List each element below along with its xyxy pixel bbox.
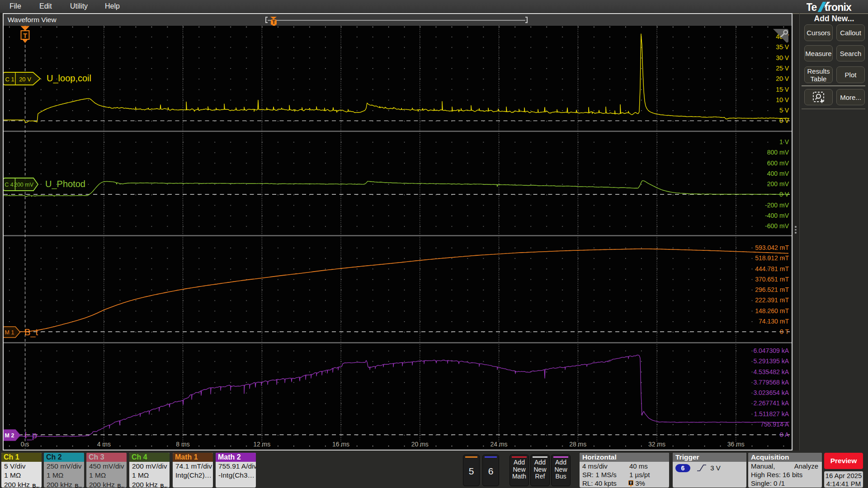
svg-text:4 ms: 4 ms	[97, 441, 111, 448]
svg-text:4.535482 kA: 4.535482 kA	[753, 368, 789, 375]
svg-text:1.511827 kA: 1.511827 kA	[754, 410, 789, 418]
svg-text:400 mV: 400 mV	[767, 170, 789, 177]
svg-text:M 1: M 1	[5, 329, 14, 336]
svg-text:755.914 A: 755.914 A	[760, 421, 789, 428]
svg-text:I_p: I_p	[24, 430, 37, 441]
svg-text:0 A: 0 A	[780, 431, 789, 438]
svg-text:30 V: 30 V	[776, 54, 789, 61]
svg-text:0 V: 0 V	[779, 191, 789, 198]
svg-text:5 V: 5 V	[779, 107, 789, 114]
svg-text:593.042 mT: 593.042 mT	[755, 244, 789, 251]
svg-text:74.130 mT: 74.130 mT	[759, 318, 789, 325]
svg-text:U_Photod: U_Photod	[45, 179, 85, 189]
svg-text:200 mV: 200 mV	[14, 182, 34, 188]
svg-text:12 ms: 12 ms	[253, 441, 270, 448]
svg-text:444.781 mT: 444.781 mT	[755, 265, 789, 272]
svg-text:148.260 mT: 148.260 mT	[755, 307, 789, 314]
svg-text:25 V: 25 V	[776, 65, 789, 72]
svg-text:1 V: 1 V	[779, 138, 789, 145]
svg-text:0 V: 0 V	[779, 117, 789, 124]
svg-text:600 mV: 600 mV	[767, 160, 789, 167]
svg-text:16 ms: 16 ms	[332, 441, 349, 448]
svg-text:M 2: M 2	[5, 432, 14, 439]
svg-text:-200 mV: -200 mV	[765, 202, 789, 209]
svg-text:15 V: 15 V	[776, 86, 789, 93]
svg-text:200 mV: 200 mV	[767, 180, 789, 188]
svg-text:518.912 mT: 518.912 mT	[755, 254, 789, 262]
svg-text:36 ms: 36 ms	[727, 441, 745, 448]
svg-text:0 s: 0 s	[21, 441, 29, 448]
svg-text:T: T	[630, 481, 632, 485]
svg-text:20 V: 20 V	[776, 75, 789, 82]
svg-text:0 T: 0 T	[780, 328, 789, 335]
svg-text:370.651 mT: 370.651 mT	[755, 276, 789, 283]
svg-text:C 4: C 4	[5, 182, 14, 188]
svg-text:3.779568 kA: 3.779568 kA	[753, 379, 789, 386]
svg-text:8 ms: 8 ms	[176, 441, 189, 448]
svg-text:24 ms: 24 ms	[490, 441, 507, 448]
svg-text:800 mV: 800 mV	[767, 149, 789, 156]
svg-text:-600 mV: -600 mV	[765, 222, 789, 230]
svg-text:222.391 mT: 222.391 mT	[755, 296, 789, 304]
svg-text:20 ms: 20 ms	[411, 441, 429, 448]
svg-text:T: T	[23, 32, 27, 39]
svg-text:C 1: C 1	[5, 76, 14, 83]
svg-text:-400 mV: -400 mV	[765, 212, 789, 219]
svg-text:3.023654 kA: 3.023654 kA	[753, 389, 789, 396]
svg-text:2.267741 kA: 2.267741 kA	[753, 399, 789, 407]
svg-text:28 ms: 28 ms	[569, 441, 586, 448]
svg-text:5.291395 kA: 5.291395 kA	[753, 357, 789, 365]
svg-text:35 V: 35 V	[776, 43, 789, 51]
svg-text:10 V: 10 V	[776, 96, 789, 103]
svg-text:6.047309 kA: 6.047309 kA	[753, 347, 789, 354]
svg-text:32 ms: 32 ms	[648, 441, 665, 448]
svg-text:Te: Te	[807, 1, 817, 13]
svg-text:296.521 mT: 296.521 mT	[755, 286, 789, 293]
svg-text:20 V: 20 V	[19, 76, 31, 83]
svg-text:B_t: B_t	[24, 327, 38, 338]
svg-text:U_loop,coil: U_loop,coil	[47, 73, 91, 84]
